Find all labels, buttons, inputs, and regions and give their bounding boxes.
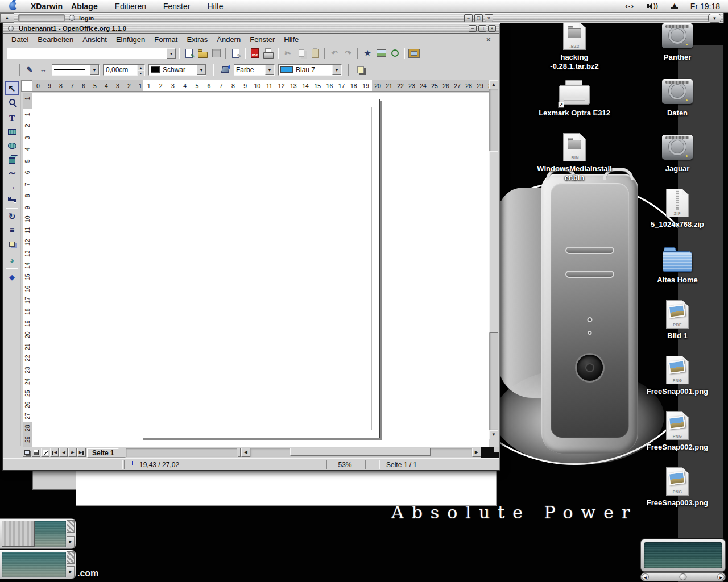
desktop-icon-freesnap002[interactable]: PNG FreeSnap002.png: [631, 410, 723, 466]
minimize-button[interactable]: −: [469, 25, 477, 32]
new-document-button[interactable]: ✎: [182, 47, 196, 60]
grow-handle-icon[interactable]: [67, 520, 75, 533]
menubar-item[interactable]: Fenster: [155, 2, 198, 11]
scroll-right-icon[interactable]: ▶: [67, 536, 75, 547]
menu-item[interactable]: Datei: [7, 35, 33, 44]
document-page[interactable]: [142, 99, 380, 438]
scrollbar-thumb[interactable]: [290, 448, 431, 456]
scrollbar-track[interactable]: [489, 89, 498, 430]
ruler-origin-icon[interactable]: [21, 80, 32, 92]
titlebar-gem-icon[interactable]: [8, 26, 14, 31]
menubar-item[interactable]: Ablage: [71, 2, 106, 11]
spin-up-icon[interactable]: ▲: [137, 65, 144, 70]
open-button[interactable]: [196, 47, 209, 60]
hyperlink-button[interactable]: [388, 47, 402, 60]
tool-zoom[interactable]: [5, 95, 19, 109]
save-button[interactable]: [209, 47, 223, 60]
tool-insert-object[interactable]: ◕: [5, 253, 19, 267]
menu-item[interactable]: Hilfe: [279, 35, 303, 44]
previous-page-button[interactable]: ◀: [59, 448, 68, 457]
scroll-right-icon[interactable]: ▶: [67, 566, 75, 577]
page-tab-seite1[interactable]: Seite 1: [87, 448, 126, 458]
desktop-icon-altes-home-folder[interactable]: Altes Home: [631, 243, 723, 299]
volume-icon[interactable]: )): [647, 3, 659, 10]
tool-rotate[interactable]: ↻: [5, 210, 19, 223]
chevron-down-icon[interactable]: ▼: [90, 65, 99, 75]
undo-button[interactable]: ↶: [328, 47, 341, 60]
close-document-button[interactable]: ×: [484, 35, 493, 44]
imagemap-button[interactable]: [407, 47, 421, 60]
desktop-icon-freesnap001[interactable]: PNG FreeSnap001.png: [631, 355, 723, 410]
tool-select[interactable]: ↖: [5, 81, 19, 95]
grow-handle-icon[interactable]: [67, 551, 75, 564]
chevron-down-icon[interactable]: ▼: [197, 65, 206, 75]
spin-down-icon[interactable]: ▼: [137, 70, 144, 76]
desktop-icon-daten-drive[interactable]: Daten: [631, 76, 723, 132]
menu-item[interactable]: Ansicht: [78, 35, 111, 44]
apple-menu-icon[interactable]: [9, 2, 17, 10]
page-view-button[interactable]: [23, 448, 31, 457]
line-color-select[interactable]: Schwar ▼: [148, 64, 206, 76]
redo-button[interactable]: ↷: [341, 47, 355, 60]
minimize-button[interactable]: −: [464, 14, 473, 22]
titlebar-gem-icon[interactable]: [69, 15, 75, 21]
desktop-icon-zip-file[interactable]: ZIP 5_1024x768.zip: [631, 188, 723, 243]
scroll-left-icon[interactable]: ◀: [642, 573, 649, 580]
master-view-button[interactable]: [32, 448, 40, 457]
scroll-down-icon[interactable]: ▼: [489, 430, 498, 439]
desktop-icon-jaguar-drive[interactable]: Jaguar: [631, 132, 723, 188]
desktop-icon-panther-drive[interactable]: Panther: [631, 20, 723, 76]
desktop-icon-lexmark-printer[interactable]: ↗ Lexmark Optra E312: [522, 76, 627, 132]
window-shade-button[interactable]: ▼: [708, 14, 721, 23]
scroll-left-icon[interactable]: ◀: [241, 448, 250, 457]
menu-item[interactable]: Ändern: [212, 35, 245, 44]
desktop-icon-hacking-archive[interactable]: .BZ2 hacking -0.28.1.tar.bz2: [522, 20, 627, 76]
scrollbar-thumb[interactable]: [489, 151, 498, 333]
copy-button[interactable]: [295, 47, 308, 60]
scrollbar-thumb[interactable]: [680, 573, 687, 580]
tool-3d-controller[interactable]: ◆: [5, 270, 19, 284]
paste-button[interactable]: [308, 47, 322, 60]
maximize-button[interactable]: □: [474, 14, 483, 22]
close-button[interactable]: ×: [488, 25, 496, 32]
status-zoom-cell[interactable]: 53%: [326, 460, 363, 469]
first-page-button[interactable]: ◀: [50, 448, 59, 457]
tool-lines-arrows[interactable]: →: [5, 180, 19, 193]
cut-button[interactable]: ✂: [281, 47, 295, 60]
maximize-button[interactable]: □: [478, 25, 486, 32]
line-width-spinner[interactable]: 0,00cm ▲ ▼: [103, 64, 145, 76]
chevron-down-icon[interactable]: ▼: [167, 48, 176, 59]
url-combobox[interactable]: ▼: [7, 48, 176, 59]
arrow-style-button[interactable]: ↔: [36, 63, 50, 77]
vertical-ruler[interactable]: 1 12345678910111213141516171819202122232…: [23, 93, 32, 447]
menu-item[interactable]: Fenster: [245, 35, 279, 44]
vertical-scrollbar[interactable]: ▲ ▼: [489, 80, 499, 447]
tool-rectangle[interactable]: [5, 125, 19, 139]
edit-file-button[interactable]: ✎: [229, 47, 242, 60]
horizontal-ruler[interactable]: 0987654321 12345678910111213141516171819…: [32, 80, 490, 92]
menubar-item[interactable]: Editieren: [106, 2, 155, 11]
desktop-icon-bild1-pdf[interactable]: PDF Bild 1: [631, 299, 723, 355]
menu-item[interactable]: Einfügen: [111, 35, 150, 44]
menu-item[interactable]: Bearbeiten: [33, 35, 78, 44]
tab-splitter-handle[interactable]: [238, 448, 241, 457]
close-button[interactable]: ×: [485, 14, 493, 22]
tool-text[interactable]: T: [5, 111, 19, 125]
status-page-cell[interactable]: Seite 1 / 1: [382, 460, 500, 469]
navigator-button[interactable]: ★: [361, 47, 374, 60]
chevron-down-icon[interactable]: ▼: [332, 65, 341, 75]
teal-window-scrollbar[interactable]: ◀ ▶: [640, 572, 726, 581]
edit-points-button[interactable]: [3, 63, 17, 77]
export-pdf-button[interactable]: PDF: [248, 47, 262, 60]
tool-ellipse[interactable]: [5, 139, 19, 152]
last-page-button[interactable]: ▶: [77, 448, 86, 457]
desktop-icon-freesnap003[interactable]: PNG FreeSnap003.png: [631, 466, 723, 522]
menubar-item[interactable]: Hilfe: [198, 2, 231, 11]
line-style-select[interactable]: ▼: [52, 64, 100, 76]
horizontal-scrollbar[interactable]: [250, 448, 472, 457]
gallery-button[interactable]: [374, 47, 388, 60]
scroll-right-icon[interactable]: ▶: [472, 448, 481, 457]
drawing-canvas[interactable]: [32, 93, 489, 447]
next-page-button[interactable]: ▶: [68, 448, 77, 457]
print-button[interactable]: [262, 47, 275, 60]
